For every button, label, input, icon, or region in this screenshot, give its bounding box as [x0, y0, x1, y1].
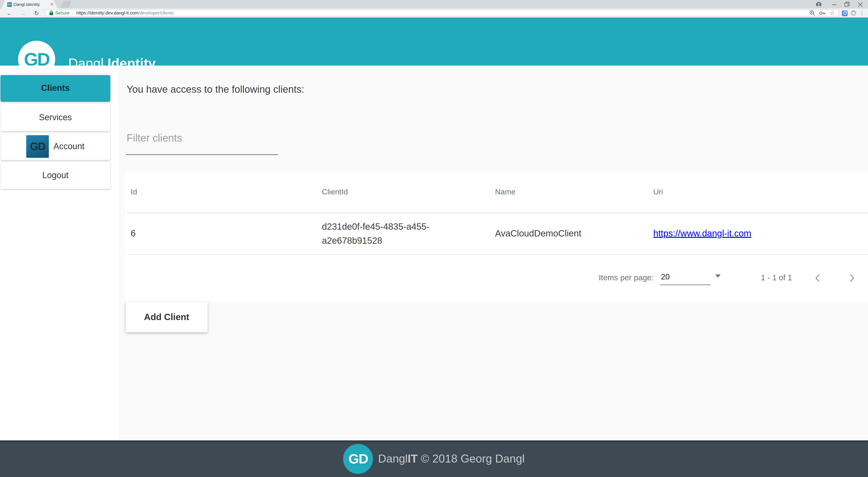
column-header-uri: Uri — [653, 188, 868, 197]
minimize-button[interactable] — [829, 0, 839, 8]
filter-underline — [126, 154, 278, 155]
forward-button[interactable]: → — [19, 8, 28, 18]
browser-tab[interactable]: GD Dangl.Identity × — [1, 0, 57, 8]
sidebar-item-services[interactable]: Services — [0, 104, 110, 131]
window-close-button[interactable] — [855, 0, 865, 8]
items-per-page-label: Items per page: — [599, 273, 654, 282]
table-header-row: Id ClientId Name Uri — [125, 172, 868, 212]
sidebar-item-label: Clients — [41, 83, 70, 93]
footer-copyright-suffix: © 2018 Georg Dangl — [418, 452, 525, 465]
page-footer: GD DanglIT © 2018 Georg Dangl — [0, 440, 868, 477]
padlock-icon — [49, 10, 53, 16]
footer-logo: GD — [343, 444, 373, 474]
column-header-name: Name — [495, 188, 653, 197]
browser-toolbar: ← → ↻ Secure https://identity-dev.dangl-… — [0, 8, 868, 18]
column-header-clientid: ClientId — [322, 188, 495, 197]
client-uri-link[interactable]: https://www.dangl-it.com — [653, 228, 751, 238]
omnibox-separator — [72, 11, 73, 15]
dropdown-arrow-icon — [715, 274, 721, 278]
sidebar-item-logout[interactable]: Logout — [0, 162, 110, 189]
browser-window: GD Dangl.Identity × — [0, 0, 868, 477]
extension-tag-icon[interactable] — [842, 10, 848, 16]
password-key-icon[interactable] — [819, 10, 826, 16]
tab-favicon-icon: GD — [7, 2, 12, 6]
cell-id: 6 — [131, 228, 322, 239]
filter-field — [126, 130, 278, 155]
restore-button[interactable] — [842, 0, 852, 8]
address-bar[interactable]: Secure https://identity-dev.dangl-it.com… — [45, 9, 839, 16]
tag-glyph-icon — [843, 11, 846, 15]
clients-table: Id ClientId Name Uri 6 d231de0f-fe45-483… — [125, 172, 868, 301]
sidebar-item-clients[interactable]: Clients — [0, 75, 110, 102]
add-client-button[interactable]: Add Client — [126, 302, 208, 332]
restore-icon — [844, 2, 849, 7]
cell-name: AvaCloudDemoClient — [495, 228, 653, 239]
previous-page-button[interactable] — [812, 272, 823, 283]
footer-copyright: DanglIT © 2018 Georg Dangl — [378, 452, 525, 465]
sidebar-item-label: Account — [53, 142, 84, 151]
tab-close-icon[interactable]: × — [51, 2, 53, 7]
extension-swirl-icon[interactable] — [851, 10, 856, 16]
browser-menu-icon[interactable]: ⋮ — [860, 10, 864, 16]
back-button[interactable]: ← — [5, 8, 14, 18]
minimize-icon — [832, 2, 836, 6]
page-size-value: 20 — [661, 272, 670, 281]
app-header: GD Dangl.Identity — [0, 18, 868, 65]
profile-icon[interactable] — [814, 0, 824, 8]
sidebar-item-account[interactable]: GD Account — [0, 133, 110, 160]
account-gd-icon: GD — [26, 135, 49, 158]
sidebar-item-label: Services — [39, 113, 72, 122]
chevron-left-icon — [813, 273, 823, 283]
chevron-right-icon — [847, 273, 857, 283]
zoom-icon[interactable] — [809, 10, 815, 16]
person-icon — [816, 2, 822, 7]
new-tab-button[interactable] — [61, 1, 71, 8]
url-path: /developer/clients — [138, 10, 174, 16]
paginator: Items per page: 20 1 - 1 of 1 — [125, 255, 868, 301]
column-header-id: Id — [131, 188, 322, 197]
page-range-label: 1 - 1 of 1 — [761, 273, 792, 282]
next-page-button[interactable] — [846, 272, 857, 283]
filter-clients-input[interactable] — [126, 130, 280, 154]
tab-strip: GD Dangl.Identity × — [0, 0, 868, 8]
table-row[interactable]: 6 d231de0f-fe45-4835-a455-a2e678b91528 A… — [125, 213, 868, 254]
sidebar-item-label: Logout — [42, 171, 68, 180]
footer-logo-text: GD — [348, 451, 368, 466]
account-gd-icon-text: GD — [30, 140, 45, 153]
footer-brand-bold: IT — [408, 452, 417, 465]
reload-button[interactable]: ↻ — [32, 8, 41, 18]
url-domain: https://identity-dev.dangl-it.com — [76, 10, 138, 16]
secure-label: Secure — [55, 10, 69, 16]
page-size-select[interactable]: 20 — [660, 270, 711, 285]
url-text[interactable]: https://identity-dev.dangl-it.com/develo… — [76, 10, 174, 16]
close-icon — [858, 2, 863, 6]
cell-clientid: d231de0f-fe45-4835-a455-a2e678b91528 — [322, 219, 467, 247]
tab-title: Dangl.Identity — [13, 2, 49, 7]
bookmark-star-icon[interactable]: ☆ — [830, 10, 835, 16]
page-title: You have access to the following clients… — [127, 84, 304, 95]
footer-brand-regular: Dangl — [378, 452, 408, 465]
